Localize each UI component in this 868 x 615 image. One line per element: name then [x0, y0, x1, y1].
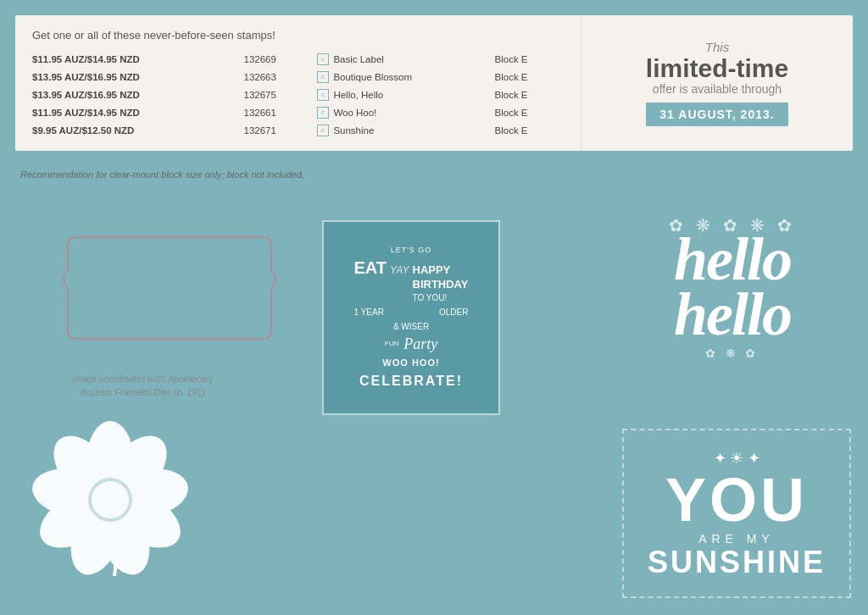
stamp-type-icon: c — [317, 107, 329, 119]
stamp-name: Woo Hoo! — [333, 103, 494, 121]
stamp-name: Boutique Blossom — [333, 68, 494, 86]
flower-image — [17, 415, 203, 585]
stamp-row: $13.95 AUZ/$16.95 NZD 132675 c Hello, He… — [32, 86, 564, 103]
stamp-name: Sunshine — [333, 121, 494, 139]
woo-hoo-text: WOO HOO! — [354, 357, 469, 368]
stamp-name: Basic Label — [333, 50, 494, 68]
stamp-block: Block E — [495, 121, 564, 139]
stamp-type-icon: c — [317, 125, 329, 136]
top-panel: Get one or all of these never-before-see… — [15, 15, 853, 151]
stamp-type-icon: c — [317, 53, 329, 65]
birthday-text: BIRTHDAY — [413, 278, 469, 292]
stamp-price: $13.95 AUZ/$16.95 NZD — [32, 68, 244, 86]
stamp-type-icon: c — [317, 89, 329, 101]
stamp-code: 132663 — [244, 68, 317, 86]
stamp-price: $11.95 AUZ/$14.95 NZD — [32, 50, 244, 68]
stamp-name: Hello, Hello — [333, 86, 494, 103]
you-text: YOU — [665, 469, 808, 530]
eat-text: EAT — [354, 257, 387, 279]
stamp-block: Block E — [495, 86, 564, 103]
bottom-area: Image coordinates with: ApothecaryAccent… — [0, 195, 868, 615]
stamp-code: 132675 — [244, 86, 317, 103]
date-badge: 31 AUGUST, 2013. — [646, 102, 787, 126]
stamp-type-icon: c — [317, 71, 329, 83]
older-text: OLDER — [439, 307, 468, 318]
are-my-text: ARE MY — [698, 532, 775, 546]
limited-time-section: This limited-time offer is available thr… — [581, 15, 853, 151]
stamp-block: Block E — [495, 103, 564, 121]
stamp-row: $11.95 AUZ/$14.95 NZD 132669 c Basic Lab… — [32, 50, 564, 68]
lets-go: LET'S GO — [354, 246, 469, 256]
hello-text-2: hello — [674, 287, 791, 342]
party-text: Party — [403, 335, 437, 354]
stamp-code: 132671 — [244, 121, 317, 139]
birthday-card-image: LET'S GO EAT YAY HAPPY BIRTHDAY TO YOU! … — [322, 220, 500, 415]
hello-hello-image: ✿ ❋ ✿ ❋ ✿ hello hello ✿ ❋ ✿ — [614, 203, 851, 390]
stamp-icon-cell: c — [316, 86, 333, 103]
sun-icon: ✦ ☀ ✦ — [714, 449, 760, 468]
stamp-code: 132669 — [244, 50, 317, 68]
limited-time-label: limited-time — [646, 54, 788, 82]
stamp-price: $11.95 AUZ/$14.95 NZD — [32, 103, 244, 121]
stamp-code: 132661 — [244, 103, 317, 121]
wiser-text: & WISER — [354, 321, 469, 332]
happy-text: HAPPY — [413, 263, 451, 278]
stamp-icon-cell: c — [316, 68, 333, 86]
stamp-row: $13.95 AUZ/$16.95 NZD 132663 c Boutique … — [32, 68, 564, 86]
stamp-price: $9.95 AUZ/$12.50 NZD — [32, 121, 244, 139]
birthday-card-text: LET'S GO EAT YAY HAPPY BIRTHDAY TO YOU! … — [346, 237, 477, 399]
to-you-text: TO YOU! — [413, 292, 448, 303]
table-intro: Get one or all of these never-before-see… — [32, 29, 564, 42]
sunshine-text: SUNSHINE — [648, 547, 826, 578]
stamp-block: Block E — [495, 50, 564, 68]
one-year-text: 1 YEAR — [354, 307, 384, 318]
stamp-icon-cell: c — [316, 103, 333, 121]
label-stamp-image — [42, 212, 297, 364]
stamp-row: $11.95 AUZ/$14.95 NZD 132661 c Woo Hoo! … — [32, 103, 564, 121]
stamp-icon-cell: c — [316, 121, 333, 139]
stamp-row: $9.95 AUZ/$12.50 NZD 132671 c Sunshine B… — [32, 121, 564, 139]
hello-text-1: hello — [674, 232, 791, 287]
stamp-icon-cell: c — [316, 50, 333, 68]
offer-label: offer is available through — [653, 82, 782, 96]
stamp-table: $11.95 AUZ/$14.95 NZD 132669 c Basic Lab… — [32, 50, 564, 139]
yay-text: YAY — [390, 264, 409, 278]
this-label: This — [705, 40, 729, 54]
image-coords-note: Image coordinates with: ApothecaryAccent… — [72, 373, 214, 400]
svg-point-11 — [92, 481, 129, 518]
celebrate-text: CELEBRATE! — [354, 373, 469, 391]
sunshine-container: ✦ ☀ ✦ YOU ARE MY SUNSHINE — [622, 429, 851, 598]
stamp-table-section: Get one or all of these never-before-see… — [15, 15, 581, 151]
stamp-price: $13.95 AUZ/$16.95 NZD — [32, 86, 244, 103]
recommendation-note: Recommendation for clear-mount block siz… — [20, 169, 304, 180]
fun-text: FUN — [385, 340, 398, 348]
stamp-block: Block E — [495, 68, 564, 86]
